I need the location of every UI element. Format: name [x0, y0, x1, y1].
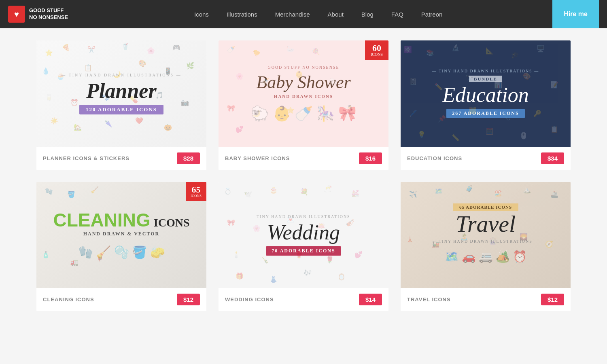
product-name-education: EDUCATION ICONS [407, 155, 462, 161]
product-footer-baby: BABY SHOWER ICONS $16 [219, 147, 388, 170]
product-name-wedding: WEDDING ICONS [225, 296, 274, 303]
product-card-education[interactable]: ⚛️📚 🔬📐 🎓🖥️ 📓✏️ 🔭📊 🎨📝 🖊️📌 🗂️📎 🔑💡 📏🧮 🖱️📋 [401, 40, 571, 170]
product-image-travel: ✈️🗺️ 🧳🏖️ 🏔️🚢 🗼🚂 🏝️🎡 🌄🧭 65 ADORABLE ICONS… [401, 182, 571, 288]
product-footer-wedding: WEDDING ICONS $14 [219, 288, 388, 311]
cleaning-icons-row: 🧤 🧹 🫧 🪣 🧽 [78, 245, 165, 259]
nav-link-about[interactable]: About [319, 0, 352, 28]
price-tag-wedding[interactable]: $14 [359, 294, 382, 305]
product-card-wedding[interactable]: 💍🕊️ 🎂💐 🥂💒 🎀🌸 💌🪷 🎻🕯️ 🍾🥊 🌹💕 🎁👗 🎶🪞 — TINY H… [219, 182, 388, 311]
price-tag-travel[interactable]: $12 [541, 294, 564, 305]
product-grid: ⭐🍕 ✂️🥤 🌸🎮 💧🧁 📋🌙 🎨📱 🌿🥛 ⏰🐾 💊🎵 📷☀️ 🏡🌂 ❤️🎃 [36, 40, 571, 311]
product-image-education: ⚛️📚 🔬📐 🎓🖥️ 📓✏️ 🔭📊 🎨📝 🖊️📌 🗂️📎 🔑💡 📏🧮 🖱️📋 [401, 40, 571, 147]
product-footer-education: EDUCATION ICONS $34 [401, 147, 571, 170]
product-name-baby: BABY SHOWER ICONS [225, 155, 290, 161]
product-footer-travel: TRAVEL ICONS $12 [401, 288, 571, 311]
nav-link-icons[interactable]: Icons [185, 0, 218, 28]
price-tag-cleaning[interactable]: $12 [177, 294, 200, 305]
product-card-cleaning[interactable]: 65 ICONS 🧤🪣 🧹🧴 🚛🦸 CLEANING ICONS HAND DR… [36, 182, 206, 311]
product-image-baby: 60 ICONS 🍼🐤 🦢🍭 🌸🍼 👶🐑 🎀🌙 ⭐🎠 🐧💕 GOOD STUFF… [219, 40, 388, 147]
nav-link-patreon[interactable]: Patreon [412, 0, 452, 28]
nav-link-illustrations[interactable]: Illustrations [218, 0, 266, 28]
product-name-planner: PLANNER ICONS & STICKERS [43, 155, 129, 161]
product-card-travel[interactable]: ✈️🗺️ 🧳🏖️ 🏔️🚢 🗼🚂 🏝️🎡 🌄🧭 65 ADORABLE ICONS… [401, 182, 571, 311]
baby-icons-row: 🐑 👶 🍼 🎠 🎀 [251, 105, 357, 122]
product-name-cleaning: CLEANING ICONS [43, 296, 94, 303]
product-image-planner: ⭐🍕 ✂️🥤 🌸🎮 💧🧁 📋🌙 🎨📱 🌿🥛 ⏰🐾 💊🎵 📷☀️ 🏡🌂 ❤️🎃 [36, 40, 206, 147]
logo-icon: ♥ [8, 6, 25, 23]
main-content: ⭐🍕 ✂️🥤 🌸🎮 💧🧁 📋🌙 🎨📱 🌿🥛 ⏰🐾 💊🎵 📷☀️ 🏡🌂 ❤️🎃 [24, 40, 583, 311]
nav-links: Icons Illustrations Merchandise About Bl… [84, 0, 552, 28]
navigation: ♥ GOOD STUFF NO NONSENSE Icons Illustrat… [0, 0, 607, 28]
product-image-cleaning: 65 ICONS 🧤🪣 🧹🧴 🚛🦸 CLEANING ICONS HAND DR… [36, 182, 206, 288]
travel-icons-row: 🗺️ 🚗 🚐 🏕️ ⏰ [445, 250, 527, 263]
product-image-wedding: 💍🕊️ 🎂💐 🥂💒 🎀🌸 💌🪷 🎻🕯️ 🍾🥊 🌹💕 🎁👗 🎶🪞 — TINY H… [219, 182, 388, 288]
nav-link-faq[interactable]: FAQ [382, 0, 412, 28]
price-tag-planner[interactable]: $28 [177, 152, 200, 164]
nav-link-merchandise[interactable]: Merchandise [266, 0, 319, 28]
logo-text: GOOD STUFF NO NONSENSE [29, 7, 68, 21]
product-name-travel: TRAVEL ICONS [407, 296, 451, 303]
product-card-planner[interactable]: ⭐🍕 ✂️🥤 🌸🎮 💧🧁 📋🌙 🎨📱 🌿🥛 ⏰🐾 💊🎵 📷☀️ 🏡🌂 ❤️🎃 [36, 40, 206, 170]
nav-link-blog[interactable]: Blog [352, 0, 382, 28]
product-footer-planner: PLANNER ICONS & STICKERS $28 [36, 147, 206, 170]
product-card-baby[interactable]: 60 ICONS 🍼🐤 🦢🍭 🌸🍼 👶🐑 🎀🌙 ⭐🎠 🐧💕 GOOD STUFF… [219, 40, 388, 170]
price-tag-education[interactable]: $34 [541, 152, 564, 164]
price-tag-baby[interactable]: $16 [359, 152, 382, 164]
hire-me-button[interactable]: Hire me [552, 0, 599, 28]
product-footer-cleaning: CLEANING ICONS $12 [36, 288, 206, 311]
logo[interactable]: ♥ GOOD STUFF NO NONSENSE [8, 6, 68, 23]
